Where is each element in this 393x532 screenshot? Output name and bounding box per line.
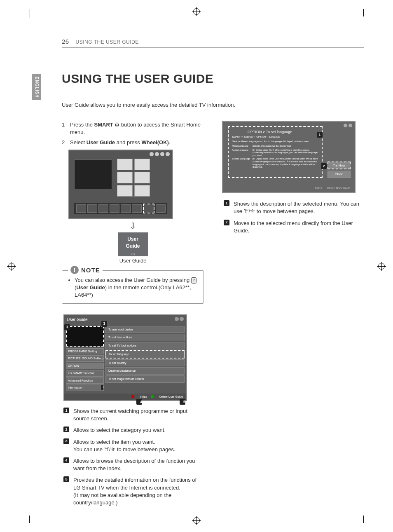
callout-r1-text: Shows the description of the selected me…: [234, 200, 364, 215]
callout-3-text: Allows to select the item you want. You …: [73, 438, 204, 453]
callout-badge-4: 4: [136, 399, 142, 405]
close-button: Close: [328, 171, 351, 178]
badge-4: 4: [63, 457, 69, 463]
callout-2-text: Allows to select the category you want.: [73, 427, 204, 434]
crop-mark: [355, 514, 363, 522]
callout-badge-3: 3: [101, 321, 107, 327]
step-1: Press the SMART button to access the Sma…: [62, 121, 204, 136]
user-guide-tile-caption: User Guide: [62, 257, 204, 265]
note-text: You can also access the User Guide by pr…: [75, 277, 199, 299]
badge-3: 3: [63, 438, 69, 444]
callout-badge-2: 2: [101, 384, 104, 390]
user-guide-list-screenshot: User Guide 1 PROGRAMME Setting PICTURE, …: [63, 314, 187, 401]
crop-mark: [30, 10, 38, 18]
right-callouts: 1Shows the description of the selected m…: [224, 200, 364, 234]
badge-1: 1: [63, 408, 69, 413]
crop-mark: [30, 514, 38, 522]
user-guide-detail-screenshot: OPTION > To set language SMART ⇨ Setting…: [222, 121, 356, 193]
registration-mark: [378, 263, 385, 270]
note-icon: !: [70, 266, 79, 274]
badge-r1: 1: [224, 200, 229, 206]
intro-text: User Guide allows you to more easily acc…: [62, 101, 364, 109]
callout-badge-5: 5: [180, 399, 185, 405]
badge-r2: 2: [224, 220, 229, 225]
step-2: Select User Guide and press Wheel(OK).: [62, 139, 204, 146]
smart-home-screenshot: [68, 150, 173, 219]
running-head-text: USING THE USER GUIDE: [76, 39, 139, 45]
callout-badge-r1: 1: [317, 132, 323, 138]
registration-mark: [193, 8, 200, 15]
crop-mark: [355, 10, 363, 18]
try-now-button: Try Now: [328, 162, 351, 169]
left-callouts: 1Shows the current watching programme or…: [63, 408, 204, 506]
registration-mark: [193, 517, 200, 524]
page-title: USING THE USER GUIDE: [62, 70, 364, 87]
callout-badge-1: 1: [64, 324, 70, 330]
badge-2: 2: [63, 427, 69, 432]
callout-4-text: Allows to browse the description of the …: [73, 457, 204, 472]
callout-r2-text: Moves to the selected menu directly from…: [234, 220, 364, 234]
language-tab: ENGLISH: [32, 74, 41, 100]
down-arrow-icon: ⇩: [62, 220, 204, 232]
running-header: 26 USING THE USER GUIDE: [62, 37, 364, 48]
registration-mark: [8, 263, 15, 270]
page-number: 26: [62, 38, 69, 45]
note-label: NOTE: [81, 266, 100, 274]
badge-5: 5: [63, 476, 69, 482]
home-icon: [115, 122, 119, 127]
user-guide-tile: User Guide LG: [118, 232, 148, 256]
remote-help-button-icon: ?: [191, 277, 196, 284]
callout-1-text: Shows the current watching programme or …: [73, 408, 204, 422]
callout-badge-r2: 2: [321, 163, 327, 169]
note-box: ! NOTE You can also access the User Guid…: [62, 270, 204, 304]
callout-5-text: Provides the detailed information on the…: [73, 476, 204, 506]
